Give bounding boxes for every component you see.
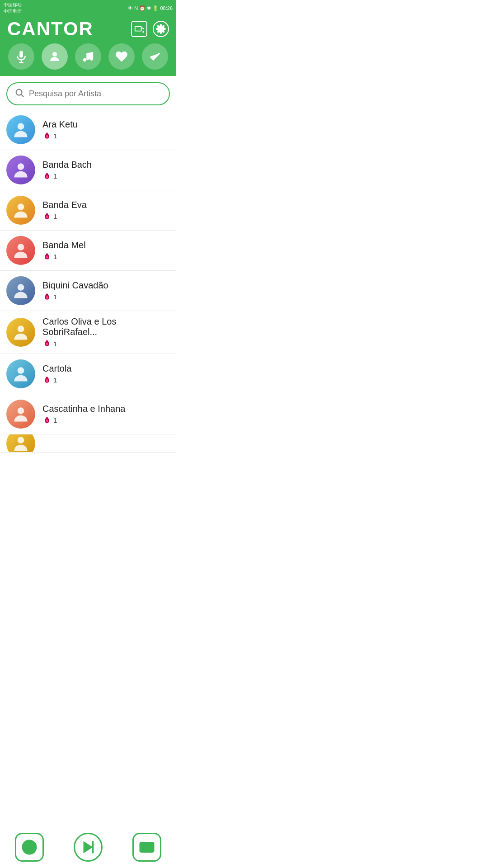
list-item[interactable]: Ara Ketu 1 bbox=[0, 110, 176, 150]
fire-icon bbox=[42, 132, 52, 141]
artist-name: Cartola bbox=[42, 363, 170, 374]
fire-icon bbox=[42, 172, 52, 181]
artist-name: Banda Mel bbox=[42, 240, 170, 250]
artist-meta: 1 bbox=[42, 416, 170, 425]
artist-meta: 1 bbox=[42, 339, 170, 348]
svg-point-10 bbox=[18, 244, 24, 250]
artist-meta: 1 bbox=[42, 172, 170, 181]
search-container bbox=[0, 76, 176, 110]
list-item[interactable]: Cartola 1 bbox=[0, 354, 176, 394]
tab-artist[interactable] bbox=[42, 43, 68, 70]
artist-avatar bbox=[6, 156, 35, 184]
list-item[interactable]: Cascatinha e Inhana 1 bbox=[0, 394, 176, 434]
artist-avatar bbox=[6, 236, 35, 265]
svg-point-5 bbox=[16, 90, 22, 95]
svg-rect-0 bbox=[135, 27, 141, 31]
artist-list: Ara Ketu 1 Banda Bach bbox=[0, 110, 176, 493]
cast-icon[interactable] bbox=[131, 21, 147, 37]
svg-point-13 bbox=[18, 367, 24, 374]
artist-info: Cascatinha e Inhana 1 bbox=[42, 404, 170, 425]
artist-info: Banda Mel 1 bbox=[42, 240, 170, 261]
status-bar: 中国移动 中国电信 👁 N ⏰ ✱ 🔋 08:26 bbox=[0, 0, 176, 15]
artist-name: Carlos Oliva e Los SobriRafael... bbox=[42, 316, 170, 337]
artist-avatar bbox=[6, 276, 35, 305]
artist-info: Biquini Cavadão 1 bbox=[42, 280, 170, 302]
artist-info: Ara Ketu 1 bbox=[42, 119, 170, 141]
artist-name: Banda Bach bbox=[42, 160, 170, 170]
song-count: 1 bbox=[53, 253, 57, 260]
svg-point-14 bbox=[18, 407, 24, 414]
tab-microphone[interactable] bbox=[8, 43, 34, 70]
artist-info: Banda Bach 1 bbox=[42, 160, 170, 181]
carrier-info: 中国移动 中国电信 bbox=[4, 2, 22, 14]
artist-meta: 1 bbox=[42, 292, 170, 302]
song-count: 1 bbox=[53, 132, 57, 140]
artist-avatar bbox=[6, 400, 35, 429]
artist-name: Biquini Cavadão bbox=[42, 280, 170, 291]
artist-info: Banda Eva 1 bbox=[42, 200, 170, 221]
fire-icon bbox=[42, 212, 52, 221]
list-item[interactable]: Banda Eva 1 bbox=[0, 190, 176, 231]
search-icon bbox=[14, 88, 24, 100]
list-item[interactable] bbox=[0, 434, 176, 453]
fire-icon bbox=[42, 376, 52, 385]
signal-icons: 👁 N ⏰ ✱ 🔋 bbox=[128, 5, 159, 11]
fire-icon bbox=[42, 252, 52, 261]
song-count: 1 bbox=[53, 212, 57, 220]
artist-name: Ara Ketu bbox=[42, 119, 170, 130]
artist-info: Carlos Oliva e Los SobriRafael... 1 bbox=[42, 316, 170, 348]
svg-point-3 bbox=[83, 58, 87, 62]
fire-icon bbox=[42, 416, 52, 425]
fire-icon bbox=[42, 339, 52, 348]
svg-point-1 bbox=[142, 31, 144, 33]
status-right: 👁 N ⏰ ✱ 🔋 08:26 bbox=[128, 5, 173, 11]
artist-avatar bbox=[6, 115, 35, 144]
artist-meta: 1 bbox=[42, 252, 170, 261]
svg-point-2 bbox=[52, 52, 57, 57]
artist-meta: 1 bbox=[42, 376, 170, 385]
tab-done[interactable] bbox=[142, 43, 168, 70]
svg-point-8 bbox=[18, 163, 24, 170]
list-item[interactable]: Biquini Cavadão 1 bbox=[0, 271, 176, 311]
tab-favorites[interactable] bbox=[108, 43, 135, 70]
svg-point-9 bbox=[18, 203, 24, 210]
list-item[interactable]: Banda Bach 1 bbox=[0, 150, 176, 190]
svg-point-12 bbox=[18, 326, 24, 332]
svg-point-15 bbox=[18, 437, 24, 443]
artist-name: Cascatinha e Inhana bbox=[42, 404, 170, 414]
artist-avatar bbox=[6, 196, 35, 225]
artist-meta: 1 bbox=[42, 212, 170, 221]
song-count: 1 bbox=[53, 340, 57, 348]
search-input[interactable] bbox=[29, 89, 162, 99]
artist-meta: 1 bbox=[42, 132, 170, 141]
song-count: 1 bbox=[53, 172, 57, 180]
artist-avatar bbox=[6, 359, 35, 388]
artist-name: Banda Eva bbox=[42, 200, 170, 210]
svg-point-11 bbox=[18, 284, 24, 291]
search-bar bbox=[6, 82, 170, 105]
list-item[interactable]: Banda Mel 1 bbox=[0, 231, 176, 271]
time: 08:26 bbox=[160, 5, 173, 11]
artist-avatar bbox=[6, 318, 35, 347]
settings-icon[interactable] bbox=[153, 21, 169, 37]
song-count: 1 bbox=[53, 293, 57, 301]
nav-tabs bbox=[0, 40, 176, 76]
song-count: 1 bbox=[53, 416, 57, 424]
list-item[interactable]: Carlos Oliva e Los SobriRafael... 1 bbox=[0, 311, 176, 354]
tab-music[interactable] bbox=[75, 43, 101, 70]
app-title: CANTOR bbox=[7, 18, 94, 40]
fire-icon bbox=[42, 292, 52, 302]
song-count: 1 bbox=[53, 376, 57, 384]
svg-point-7 bbox=[18, 123, 24, 130]
app-header: CANTOR bbox=[0, 15, 176, 40]
svg-point-4 bbox=[90, 57, 94, 61]
header-icons bbox=[131, 21, 169, 37]
svg-line-6 bbox=[21, 94, 23, 97]
artist-info: Cartola 1 bbox=[42, 363, 170, 385]
